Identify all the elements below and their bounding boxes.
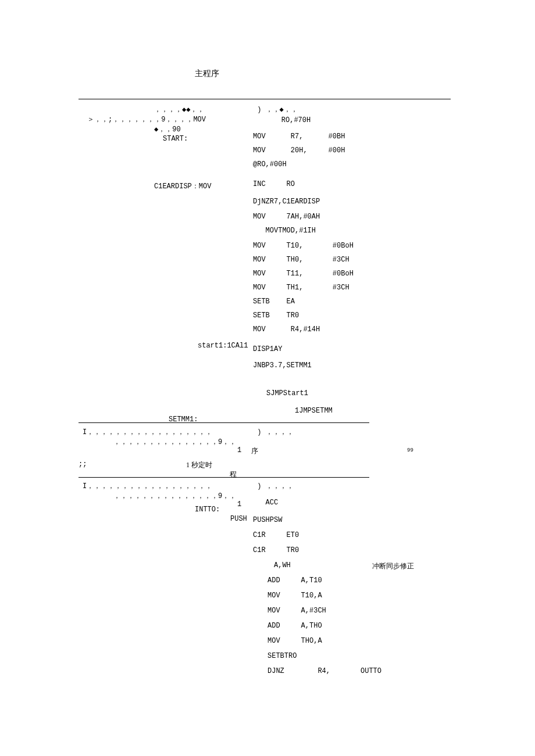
code-line: ，，，，，，，，，，，，，，，9，，: [113, 491, 236, 501]
code-line: OUTTO: [361, 667, 381, 675]
code-line: MOV TH1, #3CH: [253, 284, 349, 292]
code-line: C1EARDISP：MOV: [154, 181, 211, 191]
code-line: MOV R4,#14H: [253, 325, 320, 334]
text-label: 1 秒定时: [186, 460, 212, 470]
code-line: DISP1AY: [253, 345, 282, 353]
code-line: MOV T10, #0BoH: [253, 242, 354, 250]
code-line: MOV R7, #0BH: [253, 132, 345, 141]
code-line: ◆，，90: [154, 124, 181, 134]
code-line: ) ，，◆，，: [253, 105, 298, 114]
code-line: ，，，，◆◆，，: [154, 105, 204, 114]
divider: [79, 477, 369, 478]
code-line: 1: [237, 500, 241, 508]
code-line: MOV T11, #0BoH: [253, 270, 354, 278]
code-line: MOV T10,A: [268, 592, 322, 600]
code-line: 1: [237, 446, 241, 454]
code-line: MOV 7AH,#0AH: [253, 213, 320, 221]
code-line: JNBP3.7,SETMM1: [253, 361, 312, 370]
code-line: MOV THO,A: [268, 637, 322, 645]
divider: [79, 422, 369, 423]
code-line: C1R ET0: [253, 531, 299, 539]
code-line: ，，，，，，，，，，，，，，，9，，: [113, 437, 236, 447]
text-label: 99: [407, 447, 413, 453]
code-line: SETBTRO: [268, 652, 297, 660]
divider: [79, 99, 451, 99]
code-line: MOVTMOD,#1IH: [253, 227, 316, 235]
page-title: 主程序: [195, 69, 219, 79]
code-line: ;;: [79, 460, 87, 468]
code-line: A,WH: [253, 561, 291, 569]
code-line: I，，，，，，，，，，，，，，，，，，: [83, 427, 212, 437]
code-line: PUSH: [230, 515, 247, 523]
code-line: ) ，，，，: [253, 427, 294, 437]
code-line: DJNZ R4,: [268, 667, 330, 675]
code-line: MOV 20H, #00H: [253, 146, 345, 155]
text-label: 冲断同步修正: [372, 561, 414, 571]
code-line: PUSHPSW: [253, 516, 282, 524]
code-line: ADD A,T10: [268, 576, 322, 585]
code-line: ACC: [253, 499, 278, 507]
code-line: DjNZR7,C1EARDISP: [253, 198, 320, 206]
code-line: SJMPStart1: [266, 389, 308, 397]
code-line: MOV A,#3CH: [268, 607, 326, 615]
code-line: SETB EA: [253, 298, 295, 306]
text-label: 程: [230, 470, 237, 479]
code-line: 1JMPSETMM: [253, 407, 333, 415]
code-line: START:: [163, 135, 188, 143]
code-line: INTTO:: [195, 506, 220, 514]
code-line: I，，，，，，，，，，，，，，，，，，: [83, 481, 212, 491]
code-line: MOV TH0, #3CH: [253, 256, 349, 264]
code-line: ) ，，，，: [253, 481, 294, 491]
code-line: @RO,#00H: [253, 160, 287, 169]
code-line: ADD A,THO: [268, 622, 322, 630]
text-label: 序: [251, 446, 258, 456]
code-line: RO,#70H: [265, 116, 311, 124]
code-line: start1:1CAl1: [198, 342, 248, 350]
code-line: ＞，，;，，，，，，，9，，，，MOV: [87, 114, 206, 124]
code-line: SETB TR0: [253, 311, 299, 320]
code-line: C1R TR0: [253, 546, 299, 554]
code-line: INC RO: [253, 180, 295, 188]
